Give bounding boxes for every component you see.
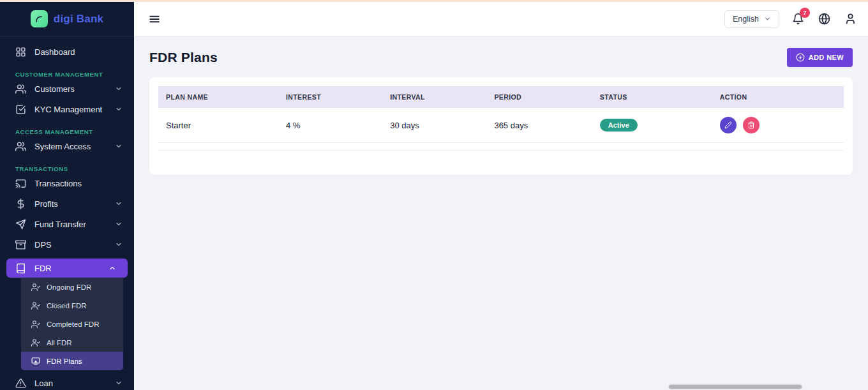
book-icon (15, 263, 26, 274)
chevron-down-icon (764, 15, 771, 22)
hamburger-icon[interactable] (146, 10, 163, 28)
sidebar-item-fdr[interactable]: FDR (6, 259, 128, 278)
add-new-button[interactable]: ADD NEW (787, 48, 853, 67)
chevron-down-icon (115, 85, 123, 93)
language-value: English (733, 15, 759, 24)
header-status: STATUS (592, 86, 712, 108)
sidebar-item-label: Dashboard (34, 47, 75, 57)
section-access-management: ACCESS MANAGEMENT (0, 123, 134, 136)
add-new-label: ADD NEW (809, 54, 844, 61)
monitor-icon (31, 357, 40, 366)
sidebar-item-completed-fdr[interactable]: Completed FDR (21, 315, 123, 333)
table-row: Starter 4 % 30 days 365 days Active (158, 108, 844, 143)
users-icon (15, 84, 26, 94)
chevron-up-icon (108, 264, 116, 272)
cell-status: Active (592, 108, 712, 143)
sidebar-item-label: Transactions (34, 179, 82, 188)
topbar-right-group: English 7 (724, 10, 858, 28)
sidebar-item-loan[interactable]: Loan (0, 373, 134, 390)
header-action: ACTION (712, 86, 844, 108)
sidebar-item-customers[interactable]: Customers (0, 79, 134, 99)
delete-button[interactable] (743, 117, 760, 133)
sidebar-item-label: Closed FDR (47, 302, 87, 310)
globe-button[interactable] (817, 11, 832, 26)
user-check-icon (31, 283, 40, 292)
sidebar-item-label: Completed FDR (47, 320, 99, 328)
chevron-down-icon (115, 220, 123, 228)
brand-name: digi Bank (54, 13, 103, 26)
cell-interval: 30 days (382, 108, 486, 143)
sidebar-item-closed-fdr[interactable]: Closed FDR (21, 296, 123, 315)
sidebar-item-dps[interactable]: DPS (0, 234, 134, 255)
language-selector[interactable]: English (724, 10, 779, 28)
sidebar-item-label: Fund Transfer (34, 220, 86, 229)
trash-icon (747, 121, 755, 129)
profile-button[interactable] (843, 11, 858, 26)
header-interest: INTEREST (278, 86, 382, 108)
fdr-submenu: Ongoing FDR Closed FDR Completed FDR (21, 278, 123, 370)
notification-count-badge: 7 (800, 8, 810, 18)
topbar: English 7 (134, 2, 868, 36)
sidebar-item-ongoing-fdr[interactable]: Ongoing FDR (21, 278, 123, 296)
sidebar: digi Bank Dashboard CUSTOMER MANAGEMENT … (0, 0, 134, 390)
user-check-icon (31, 301, 40, 310)
sidebar-item-label: Customers (34, 84, 75, 94)
sidebar-item-kyc-management[interactable]: KYC Management (0, 99, 134, 119)
notifications-button[interactable]: 7 (791, 11, 805, 26)
sidebar-item-transactions[interactable]: Transactions (0, 173, 134, 193)
cell-plan-name: Starter (158, 108, 278, 143)
cell-action (712, 108, 844, 143)
header-period: PERIOD (486, 86, 592, 108)
digibank-curve-icon (31, 10, 48, 27)
cast-icon (15, 178, 26, 189)
person-icon (844, 13, 857, 25)
chevron-down-icon (115, 142, 123, 150)
dashboard-icon (15, 47, 26, 57)
sidebar-item-label: System Access (34, 142, 91, 151)
main-area: English 7 (134, 0, 868, 390)
sidebar-item-all-fdr[interactable]: All FDR (21, 333, 123, 352)
user-check-icon (31, 338, 40, 347)
header-interval: INTERVAL (382, 86, 486, 108)
sidebar-item-label: DPS (34, 240, 52, 250)
table-spacer-row (158, 143, 844, 151)
sidebar-item-label: FDR (34, 264, 52, 273)
sidebar-item-label: KYC Management (34, 105, 102, 114)
dollar-icon (15, 199, 26, 209)
top-accent-strip (0, 0, 868, 2)
edit-button[interactable] (720, 117, 737, 133)
fdr-plans-card: PLAN NAME INTEREST INTERVAL PERIOD STATU… (149, 77, 853, 175)
cell-interest: 4 % (278, 108, 382, 143)
send-icon (15, 219, 26, 230)
plus-circle-icon (796, 53, 805, 62)
sidebar-item-dashboard[interactable]: Dashboard (0, 41, 134, 62)
kyc-check-icon (15, 104, 26, 115)
archive-icon (15, 239, 26, 250)
sidebar-item-label: FDR Plans (47, 357, 82, 365)
chevron-down-icon (115, 379, 123, 387)
chevron-down-icon (115, 241, 123, 248)
brand-logo[interactable]: digi Bank (0, 2, 134, 36)
sidebar-item-label: Loan (34, 379, 53, 388)
status-badge: Active (600, 119, 638, 131)
page-title: FDR Plans (149, 50, 218, 65)
sidebar-item-label: Ongoing FDR (47, 283, 91, 291)
horizontal-scrollbar-thumb[interactable] (669, 385, 802, 389)
header-plan-name: PLAN NAME (158, 86, 278, 108)
chevron-down-icon (115, 200, 123, 207)
table-header-row: PLAN NAME INTEREST INTERVAL PERIOD STATU… (158, 86, 844, 108)
app-root: digi Bank Dashboard CUSTOMER MANAGEMENT … (0, 0, 868, 390)
pencil-icon (724, 121, 732, 129)
section-transactions: TRANSACTIONS (0, 160, 134, 173)
sidebar-item-label: All FDR (47, 339, 72, 347)
sidebar-item-system-access[interactable]: System Access (0, 136, 134, 156)
sidebar-item-fund-transfer[interactable]: Fund Transfer (0, 214, 134, 234)
page-header: FDR Plans ADD NEW (134, 36, 868, 76)
globe-icon (818, 13, 830, 25)
sidebar-item-profits[interactable]: Profits (0, 193, 134, 214)
sidebar-item-fdr-plans[interactable]: FDR Plans (21, 352, 123, 370)
content-area: FDR Plans ADD NEW PLAN NAME INTEREST (134, 36, 868, 390)
section-customer-management: CUSTOMER MANAGEMENT (0, 66, 134, 79)
fdr-plans-table: PLAN NAME INTEREST INTERVAL PERIOD STATU… (158, 86, 844, 151)
chevron-down-icon (115, 105, 123, 113)
